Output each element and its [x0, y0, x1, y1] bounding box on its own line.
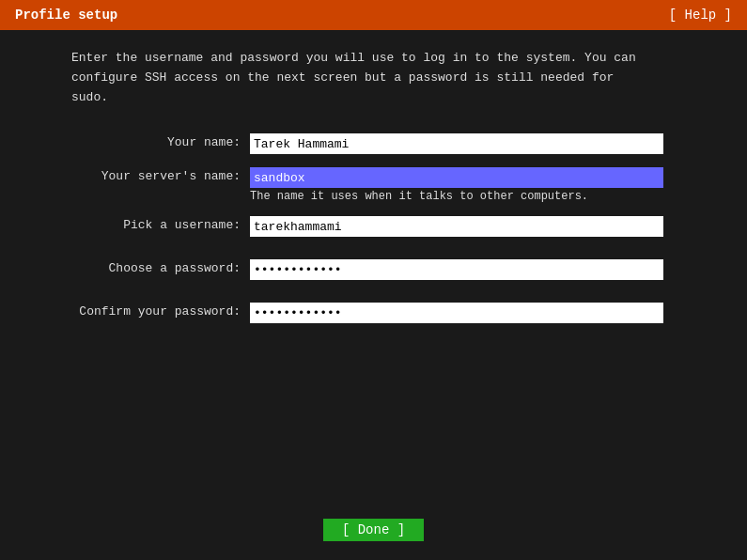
header: Profile setup [ Help ]: [0, 0, 747, 30]
header-title: Profile setup: [15, 8, 117, 23]
server-name-hint: The name it uses when it talks to other …: [250, 190, 676, 203]
main-content: Enter the username and password you will…: [0, 30, 747, 355]
password-input[interactable]: [250, 259, 663, 280]
your-name-label: Your name:: [71, 133, 250, 149]
server-name-field-group: The name it uses when it talks to other …: [250, 167, 676, 203]
description-text: Enter the username and password you will…: [71, 49, 676, 107]
username-field-group: [250, 216, 676, 237]
help-button[interactable]: [ Help ]: [669, 8, 732, 23]
password-row: Choose a password:: [71, 259, 676, 280]
done-button[interactable]: [ Done ]: [323, 519, 424, 541]
your-name-input[interactable]: [250, 133, 663, 154]
password-label: Choose a password:: [71, 259, 250, 275]
your-name-field-group: [250, 133, 676, 154]
server-name-row: Your server's name: The name it uses whe…: [71, 167, 676, 203]
confirm-password-row: Confirm your password:: [71, 303, 676, 323]
footer: [ Done ]: [0, 519, 747, 541]
your-name-row: Your name:: [71, 133, 676, 154]
confirm-password-field-group: [250, 303, 676, 323]
server-name-input[interactable]: [250, 167, 663, 188]
password-field-group: [250, 259, 676, 280]
confirm-password-label: Confirm your password:: [71, 303, 250, 319]
server-name-label: Your server's name:: [71, 167, 250, 183]
username-input[interactable]: [250, 216, 663, 237]
confirm-password-input[interactable]: [250, 303, 663, 323]
form-container: Your name: Your server's name: The name …: [71, 133, 676, 336]
username-row: Pick a username:: [71, 216, 676, 237]
username-label: Pick a username:: [71, 216, 250, 232]
